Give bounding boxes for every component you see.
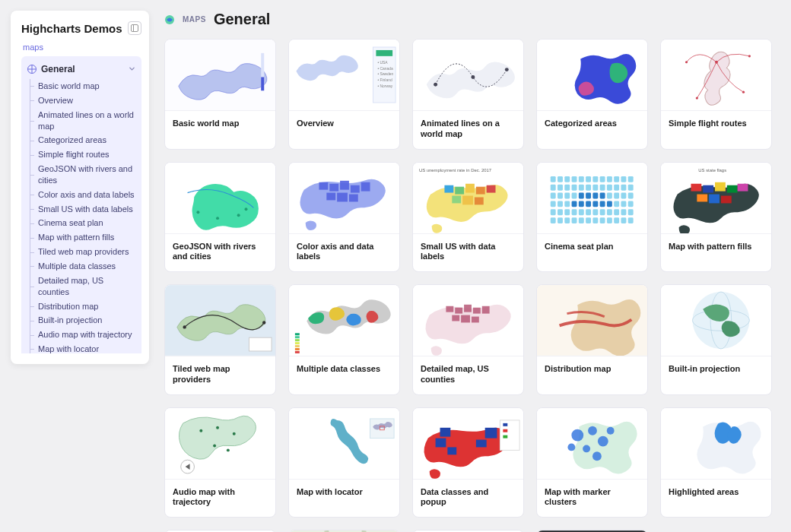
svg-rect-61: [628, 176, 634, 182]
demo-card[interactable]: Categorized areas: [536, 39, 648, 150]
sidebar-title: Highcharts Demos: [21, 22, 122, 35]
svg-rect-101: [572, 209, 577, 215]
demo-card[interactable]: Built-in projection: [660, 284, 772, 395]
svg-rect-114: [579, 217, 584, 223]
svg-point-17: [505, 68, 509, 71]
svg-point-184: [607, 426, 615, 434]
sidebar-item[interactable]: Distribution map: [21, 299, 141, 314]
sidebar-item[interactable]: Built-in projection: [21, 313, 141, 328]
demo-card[interactable]: Tiled web map providers: [164, 284, 276, 395]
svg-text:US state flags: US state flags: [698, 167, 726, 172]
svg-rect-93: [600, 201, 605, 207]
demo-card-label: Map with pattern fills: [661, 234, 771, 261]
demo-card[interactable]: • USA• Canada• Sweden• Finland• NorwayOv…: [288, 39, 400, 150]
sidebar-item[interactable]: Multiple data classes: [21, 259, 141, 274]
svg-rect-76: [564, 192, 570, 198]
sidebar: Highcharts Demos maps General Basic worl…: [11, 11, 149, 364]
svg-rect-125: [703, 185, 713, 192]
demo-card[interactable]: Multiple data classes: [288, 284, 400, 395]
sidebar-item[interactable]: Simple flight routes: [21, 147, 141, 162]
svg-rect-137: [295, 333, 300, 335]
svg-rect-141: [295, 345, 300, 347]
sidebar-item[interactable]: Cinema seat plan: [21, 216, 141, 230]
svg-rect-150: [452, 315, 459, 321]
sidebar-item[interactable]: Basic world map: [21, 79, 141, 93]
svg-rect-173: [447, 447, 456, 454]
sidebar-item[interactable]: Small US with data labels: [21, 202, 141, 217]
globe-icon: [27, 65, 37, 74]
svg-rect-130: [709, 194, 720, 203]
svg-rect-44: [476, 186, 485, 194]
demo-card[interactable]: US unemployment rate in Dec. 2017Small U…: [412, 162, 524, 273]
svg-rect-128: [738, 183, 748, 191]
sidebar-item[interactable]: Overview: [21, 93, 141, 108]
svg-rect-115: [586, 217, 591, 223]
svg-rect-172: [476, 439, 487, 447]
demo-card[interactable]: Simple flight routes: [660, 39, 772, 150]
sidebar-item[interactable]: GeoJSON with rivers and cities: [21, 162, 141, 188]
svg-rect-59: [614, 176, 619, 182]
svg-point-160: [216, 426, 219, 429]
svg-text:• Canada: • Canada: [377, 67, 393, 71]
demo-thumbnail: [165, 163, 275, 234]
sidebar-item[interactable]: Tiled web map providers: [21, 245, 141, 259]
demo-card[interactable]: Highlighted areas: [660, 407, 772, 518]
demo-card[interactable]: Audio map with trajectory: [164, 407, 276, 518]
svg-rect-75: [558, 192, 563, 198]
svg-point-27: [237, 214, 240, 217]
breadcrumb[interactable]: maps: [21, 43, 141, 52]
svg-rect-176: [503, 429, 507, 432]
svg-rect-54: [579, 176, 584, 182]
svg-rect-171: [485, 427, 497, 438]
demo-card[interactable]: Basic world map: [164, 39, 276, 150]
svg-rect-117: [600, 217, 605, 223]
demo-card[interactable]: Data classes and popup: [412, 407, 524, 518]
demo-card[interactable]: Map with marker clusters: [536, 407, 648, 518]
svg-rect-131: [721, 195, 732, 203]
demo-thumbnail: • USA• Canada• Sweden• Finland• Norway: [289, 40, 399, 111]
demo-card[interactable]: Cinema seat plan: [536, 162, 648, 273]
demo-card[interactable]: Distribution map: [536, 284, 648, 395]
demo-card[interactable]: Animated lines on a world map: [412, 39, 524, 150]
svg-rect-151: [461, 315, 470, 323]
svg-rect-111: [558, 217, 563, 223]
svg-rect-53: [572, 176, 577, 182]
demo-card[interactable]: GeoJSON with rivers and cities: [164, 162, 276, 273]
sidebar-item[interactable]: Map with locator: [21, 342, 141, 353]
demo-thumbnail: [661, 408, 771, 480]
sidebar-item[interactable]: Categorized areas: [21, 133, 141, 147]
svg-text:• Sweden: • Sweden: [377, 72, 393, 76]
svg-rect-35: [361, 182, 370, 191]
demo-card[interactable]: US state flagsMap with pattern fills: [660, 162, 772, 273]
demo-thumbnail: [165, 408, 275, 480]
demo-thumbnail: [537, 40, 647, 111]
demo-card[interactable]: Detailed map, US counties: [412, 284, 524, 395]
svg-rect-72: [621, 184, 626, 190]
svg-rect-139: [295, 339, 300, 341]
sidebar-item[interactable]: Color axis and data labels: [21, 188, 141, 202]
collapse-sidebar-button[interactable]: [128, 21, 141, 35]
svg-rect-121: [628, 217, 634, 223]
demo-card-label: Small US with data labels: [413, 234, 523, 272]
svg-rect-33: [340, 180, 349, 189]
tree-section-general[interactable]: General: [21, 61, 141, 78]
demo-card[interactable]: Color axis and data labels: [288, 162, 400, 273]
demo-thumbnail: [289, 408, 399, 480]
svg-point-163: [227, 448, 230, 451]
svg-rect-143: [295, 351, 300, 353]
sidebar-item[interactable]: Animated lines on a world map: [21, 108, 141, 134]
svg-rect-38: [349, 194, 358, 201]
svg-rect-57: [600, 176, 605, 182]
sidebar-item[interactable]: Audio map with trajectory: [21, 328, 141, 342]
demo-card[interactable]: Map with locator: [288, 407, 400, 518]
svg-rect-105: [600, 209, 605, 215]
svg-rect-42: [455, 186, 464, 194]
svg-rect-81: [600, 192, 605, 198]
demo-grid: Basic world map• USA• Canada• Sweden• Fi…: [164, 39, 783, 532]
sidebar-item[interactable]: Detailed map, US counties: [21, 274, 141, 299]
svg-rect-47: [462, 195, 473, 204]
svg-rect-103: [586, 209, 591, 215]
svg-rect-146: [455, 308, 462, 314]
demo-card-label: Distribution map: [537, 356, 647, 384]
sidebar-item[interactable]: Map with pattern fills: [21, 230, 141, 245]
